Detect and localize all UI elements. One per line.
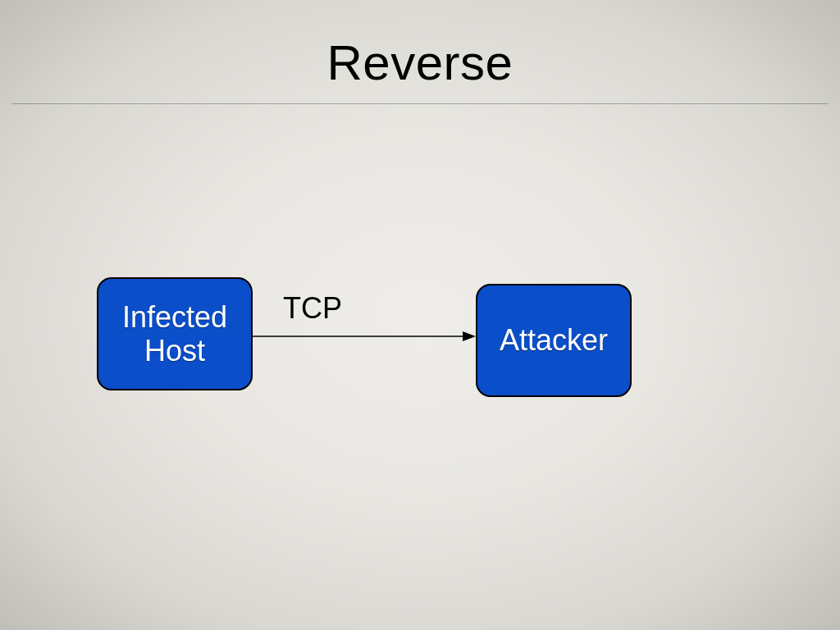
node-attacker: Attacker bbox=[476, 284, 632, 397]
arrow-icon bbox=[253, 328, 476, 345]
title-divider bbox=[12, 103, 828, 104]
node-label: InfectedHost bbox=[122, 300, 227, 368]
slide-title: Reverse bbox=[0, 34, 840, 91]
node-label: Attacker bbox=[500, 323, 608, 357]
node-infected-host: InfectedHost bbox=[97, 277, 253, 390]
edge-label: TCP bbox=[283, 291, 342, 326]
svg-marker-1 bbox=[463, 331, 476, 341]
